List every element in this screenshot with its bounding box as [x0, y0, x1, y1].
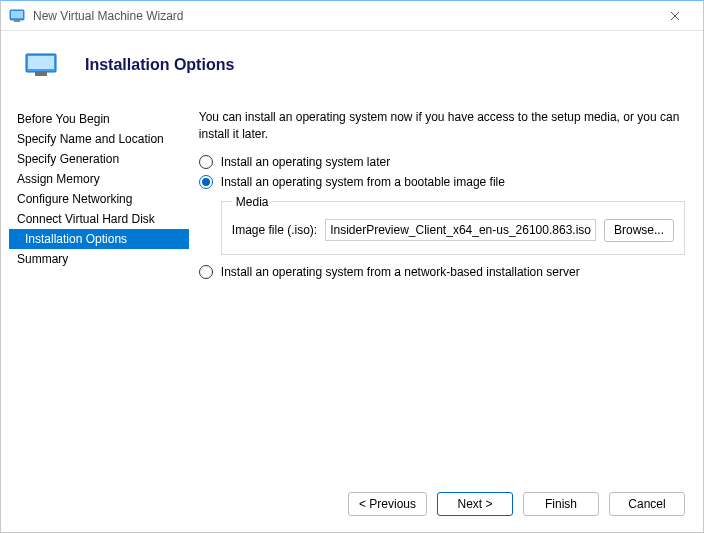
- option-install-image-label: Install an operating system from a boota…: [221, 175, 505, 189]
- browse-button[interactable]: Browse...: [604, 219, 674, 242]
- titlebar: New Virtual Machine Wizard: [1, 1, 703, 31]
- sidebar-item-connect-vhd[interactable]: Connect Virtual Hard Disk: [9, 209, 189, 229]
- sidebar-item-assign-memory[interactable]: Assign Memory: [9, 169, 189, 189]
- finish-button[interactable]: Finish: [523, 492, 599, 516]
- vm-icon: [25, 53, 57, 77]
- svg-rect-2: [14, 20, 20, 22]
- wizard-main: You can install an operating system now …: [189, 97, 703, 476]
- wizard-sidebar: Before You Begin Specify Name and Locati…: [9, 97, 189, 476]
- svg-rect-5: [35, 72, 47, 76]
- sidebar-item-specify-name-location[interactable]: Specify Name and Location: [9, 129, 189, 149]
- media-group: Media Image file (.iso): InsiderPreview_…: [221, 195, 685, 255]
- wizard-window: New Virtual Machine Wizard Installation …: [0, 0, 704, 533]
- image-file-label: Image file (.iso):: [232, 223, 317, 237]
- radio-install-network[interactable]: [199, 265, 213, 279]
- sidebar-item-before-you-begin[interactable]: Before You Begin: [9, 109, 189, 129]
- media-legend: Media: [232, 195, 273, 209]
- sidebar-item-installation-options[interactable]: Installation Options: [9, 229, 189, 249]
- cancel-button[interactable]: Cancel: [609, 492, 685, 516]
- svg-rect-4: [28, 56, 54, 69]
- option-install-network[interactable]: Install an operating system from a netwo…: [199, 265, 685, 279]
- window-title: New Virtual Machine Wizard: [33, 9, 655, 23]
- wizard-header: Installation Options: [1, 31, 703, 97]
- sidebar-item-specify-generation[interactable]: Specify Generation: [9, 149, 189, 169]
- intro-text: You can install an operating system now …: [199, 109, 685, 143]
- option-install-network-label: Install an operating system from a netwo…: [221, 265, 580, 279]
- option-install-image[interactable]: Install an operating system from a boota…: [199, 175, 685, 189]
- previous-button[interactable]: < Previous: [348, 492, 427, 516]
- app-icon: [9, 8, 25, 24]
- next-button[interactable]: Next >: [437, 492, 513, 516]
- svg-rect-1: [11, 11, 23, 18]
- close-button[interactable]: [655, 2, 695, 30]
- sidebar-item-summary[interactable]: Summary: [9, 249, 189, 269]
- radio-install-image[interactable]: [199, 175, 213, 189]
- option-install-later[interactable]: Install an operating system later: [199, 155, 685, 169]
- wizard-body: Before You Begin Specify Name and Locati…: [1, 97, 703, 476]
- sidebar-item-configure-networking[interactable]: Configure Networking: [9, 189, 189, 209]
- page-title: Installation Options: [85, 56, 234, 74]
- radio-install-later[interactable]: [199, 155, 213, 169]
- wizard-footer: < Previous Next > Finish Cancel: [1, 476, 703, 532]
- option-install-later-label: Install an operating system later: [221, 155, 390, 169]
- image-file-input[interactable]: InsiderPreview_Client_x64_en-us_26100.86…: [325, 219, 596, 241]
